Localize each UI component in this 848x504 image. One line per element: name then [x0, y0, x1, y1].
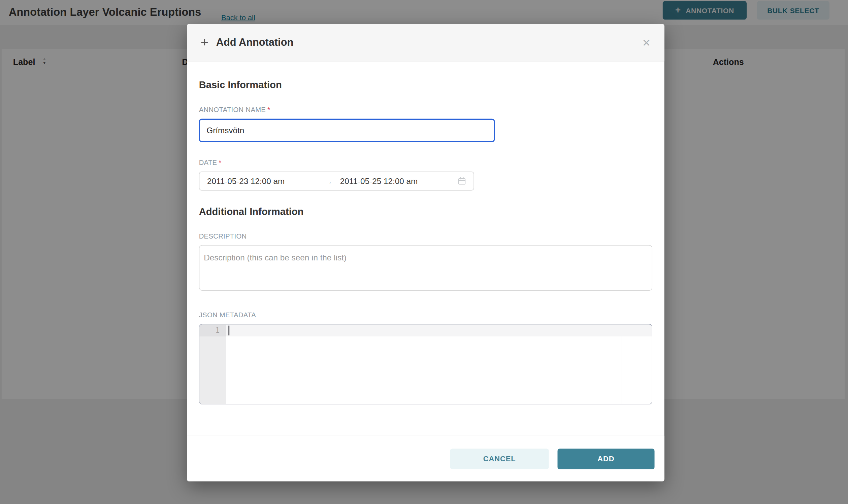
date-end-value[interactable]: 2011-05-25 12:00 am: [340, 176, 458, 186]
cancel-button[interactable]: CANCEL: [450, 449, 549, 469]
date-label: DATE*: [199, 159, 652, 167]
annotation-name-label: ANNOTATION NAME*: [199, 106, 652, 114]
modal-title: Add Annotation: [216, 36, 293, 49]
date-start-value[interactable]: 2011-05-23 12:00 am: [207, 176, 325, 186]
modal-footer: CANCEL ADD: [187, 436, 664, 482]
json-metadata-editor[interactable]: 1: [199, 324, 652, 405]
close-icon[interactable]: ✕: [642, 37, 651, 48]
date-label-text: DATE: [199, 159, 217, 167]
date-range-picker[interactable]: 2011-05-23 12:00 am → 2011-05-25 12:00 a…: [199, 172, 474, 191]
add-annotation-modal: + Add Annotation ✕ Basic Information ANN…: [187, 24, 664, 481]
editor-print-margin: [621, 337, 621, 404]
description-label: DESCRIPTION: [199, 233, 652, 240]
app-viewport: Annotation Layer Volcanic Eruptions Back…: [0, 0, 848, 504]
annotation-name-label-text: ANNOTATION NAME: [199, 106, 266, 114]
annotation-name-input[interactable]: [199, 119, 495, 142]
editor-line-number: 1: [200, 324, 226, 337]
modal-header: + Add Annotation ✕: [187, 24, 664, 61]
required-asterisk: *: [219, 159, 221, 167]
modal-body: Basic Information ANNOTATION NAME* DATE*…: [187, 61, 664, 404]
editor-text-cursor: [228, 326, 229, 336]
calendar-icon: [458, 177, 466, 185]
required-asterisk: *: [267, 106, 270, 114]
json-metadata-label: JSON METADATA: [199, 311, 652, 319]
add-button[interactable]: ADD: [557, 449, 654, 469]
section-additional-information: Additional Information: [199, 206, 652, 218]
description-textarea[interactable]: [199, 245, 652, 291]
range-arrow-icon: →: [325, 177, 340, 185]
section-basic-information: Basic Information: [199, 79, 652, 91]
plus-icon: +: [201, 35, 209, 49]
editor-active-line: [226, 324, 652, 337]
